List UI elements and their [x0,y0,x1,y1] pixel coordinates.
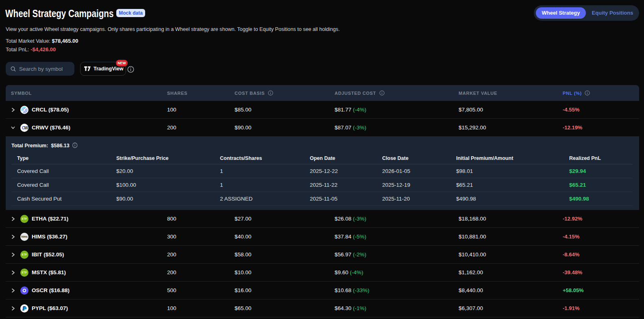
svg-text:W: W [24,125,28,130]
